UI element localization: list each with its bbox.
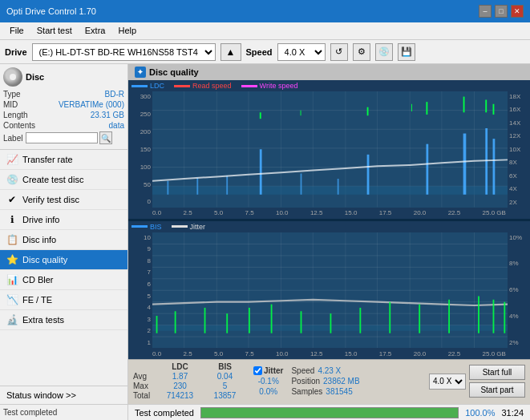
sidebar-item-fe-te[interactable]: 📉 FE / TE: [0, 290, 127, 310]
sidebar-item-extra-tests[interactable]: 🔬 Extra tests: [0, 310, 127, 330]
sidebar-status: Test completed: [0, 404, 128, 420]
sidebar-item-create-test-disc[interactable]: 💿 Create test disc: [0, 170, 127, 190]
max-bis: 5: [203, 382, 247, 390]
start-part-button[interactable]: Start part: [469, 382, 525, 398]
verify-test-disc-icon: ✔: [6, 194, 18, 205]
disc-label-search-button[interactable]: 🔍: [99, 131, 112, 144]
svg-rect-65: [419, 304, 420, 333]
total-label: Total: [133, 391, 157, 400]
top-chart-svg: [152, 91, 508, 208]
cd-bler-icon: 📊: [6, 274, 18, 285]
speed-stat-label: Speed: [291, 366, 314, 375]
svg-rect-22: [167, 181, 168, 195]
menu-extra[interactable]: Extra: [79, 24, 112, 38]
legend-jitter-color: [172, 225, 188, 228]
svg-rect-63: [359, 307, 361, 333]
top-y-axis-right: 18X 16X 14X 12X 10X 8X 6X 4X 2X: [508, 91, 530, 208]
svg-rect-33: [301, 111, 301, 116]
sidebar-item-label: FE / TE: [22, 295, 52, 305]
disc-panel: Disc Type BD-R MID VERBATIMe (000) Lengt…: [0, 64, 127, 150]
disc-icon-btn[interactable]: 💿: [375, 43, 393, 61]
bottom-y-axis-left: 10 9 8 7 6 5 4 3 2 1: [128, 232, 152, 349]
avg-bis: 0.04: [203, 372, 247, 381]
svg-rect-62: [330, 313, 332, 333]
status-window-button[interactable]: Status window >>: [0, 386, 127, 404]
disc-label-input[interactable]: [26, 132, 98, 143]
legend-read-speed: Read speed: [174, 82, 232, 90]
drivebar: Drive (E:) HL-DT-ST BD-RE WH16NS58 TST4 …: [0, 40, 530, 64]
stats-area: LDC BIS Avg 1.87 0.04 Max 230 5 Total 71…: [128, 359, 530, 404]
stats-grid: LDC BIS Avg 1.87 0.04 Max 230 5 Total 71…: [133, 362, 247, 400]
speed-select[interactable]: 4.0 X: [277, 43, 326, 61]
menu-file[interactable]: File: [3, 24, 30, 38]
sidebar-item-verify-test-disc[interactable]: ✔ Verify test disc: [0, 190, 127, 210]
sidebar-item-disc-quality[interactable]: ⭐ Disc quality: [0, 250, 127, 270]
svg-rect-26: [338, 179, 339, 195]
legend-read-speed-color: [174, 85, 190, 87]
disc-length-label: Length: [3, 111, 28, 119]
content-status-bar: Test completed 100.0% 31:24: [128, 404, 530, 420]
minimize-button[interactable]: –: [479, 5, 492, 18]
svg-rect-58: [226, 313, 228, 333]
bottom-x-axis: 0.0 2.5 5.0 7.5 10.0 12.5 15.0 17.5 20.0…: [128, 348, 530, 359]
max-ldc: 230: [158, 382, 202, 390]
close-button[interactable]: ✕: [511, 5, 524, 18]
speed-label: Speed: [246, 47, 273, 57]
disc-mid-value: VERBATIMe (000): [59, 100, 124, 109]
sidebar-item-cd-bler[interactable]: 📊 CD Bler: [0, 270, 127, 290]
sidebar-item-disc-info[interactable]: 📋 Disc info: [0, 230, 127, 250]
drive-select[interactable]: (E:) HL-DT-ST BD-RE WH16NS58 TST4: [32, 43, 216, 61]
top-chart-plot: [152, 91, 508, 208]
top-x-axis: 0.0 2.5 5.0 7.5 10.0 12.5 15.0 17.5 20.0…: [128, 208, 530, 219]
svg-rect-27: [260, 112, 261, 119]
legend-bis-color: [131, 225, 148, 228]
save-button[interactable]: 💾: [398, 43, 415, 61]
refresh-button[interactable]: ↺: [330, 43, 348, 61]
svg-rect-17: [367, 155, 370, 195]
status-text: Test completed: [3, 408, 124, 417]
bottom-chart-legend: BIS Jitter: [128, 221, 530, 232]
jitter-checkbox[interactable]: [253, 366, 262, 375]
avg-label: Avg: [133, 372, 157, 381]
start-buttons: Start full Start part: [469, 365, 525, 398]
position-label: Position: [291, 377, 320, 386]
titlebar: Opti Drive Control 1.70 – □ ✕: [0, 0, 530, 22]
position-row: Position 23862 MB: [291, 377, 359, 386]
window-controls: – □ ✕: [479, 5, 524, 18]
menubar: File Start test Extra Help: [0, 22, 530, 40]
content-progress-fill: [201, 408, 458, 418]
disc-length-value: 23.31 GB: [91, 111, 124, 119]
position-val: 23862 MB: [323, 377, 360, 386]
sidebar-item-drive-info[interactable]: ℹ Drive info: [0, 210, 127, 230]
settings-icon-btn[interactable]: ⚙: [353, 43, 370, 61]
sidebar-nav: 📈 Transfer rate 💿 Create test disc ✔ Ver…: [0, 150, 127, 386]
maximize-button[interactable]: □: [495, 5, 508, 18]
bottom-chart-plot: [152, 232, 508, 349]
svg-rect-67: [478, 296, 479, 333]
max-jitter: 0.0%: [253, 387, 283, 396]
menu-help[interactable]: Help: [111, 24, 143, 38]
sidebar-item-label: CD Bler: [22, 275, 54, 285]
speed-row: Speed 4.23 X: [291, 366, 359, 375]
svg-rect-66: [448, 299, 450, 333]
avg-ldc: 1.87: [158, 372, 202, 381]
speed-position-section: Speed 4.23 X Position 23862 MB Samples 3…: [291, 366, 359, 396]
ldc-header: LDC: [158, 362, 202, 371]
speed-dropdown[interactable]: 4.0 X: [429, 374, 466, 390]
sidebar-item-label: Disc quality: [22, 255, 67, 265]
svg-rect-59: [249, 307, 250, 333]
svg-rect-69: [504, 301, 505, 333]
sidebar-item-transfer-rate[interactable]: 📈 Transfer rate: [0, 150, 127, 170]
svg-rect-60: [271, 304, 273, 333]
content-title: Disc quality: [149, 67, 199, 77]
sidebar-item-label: Verify test disc: [22, 195, 79, 204]
svg-rect-68: [493, 299, 495, 333]
jitter-section: Jitter -0.1% 0.0%: [253, 366, 283, 396]
svg-rect-23: [196, 178, 198, 195]
disc-quality-header-icon: ✦: [135, 67, 146, 78]
bottom-chart-container: BIS Jitter 10 9 8 7 6 5 4 3: [128, 221, 530, 360]
top-chart-legend: LDC Read speed Write speed: [128, 80, 530, 91]
start-full-button[interactable]: Start full: [469, 365, 525, 380]
eject-button[interactable]: ▲: [220, 43, 241, 61]
menu-start-test[interactable]: Start test: [30, 24, 79, 38]
